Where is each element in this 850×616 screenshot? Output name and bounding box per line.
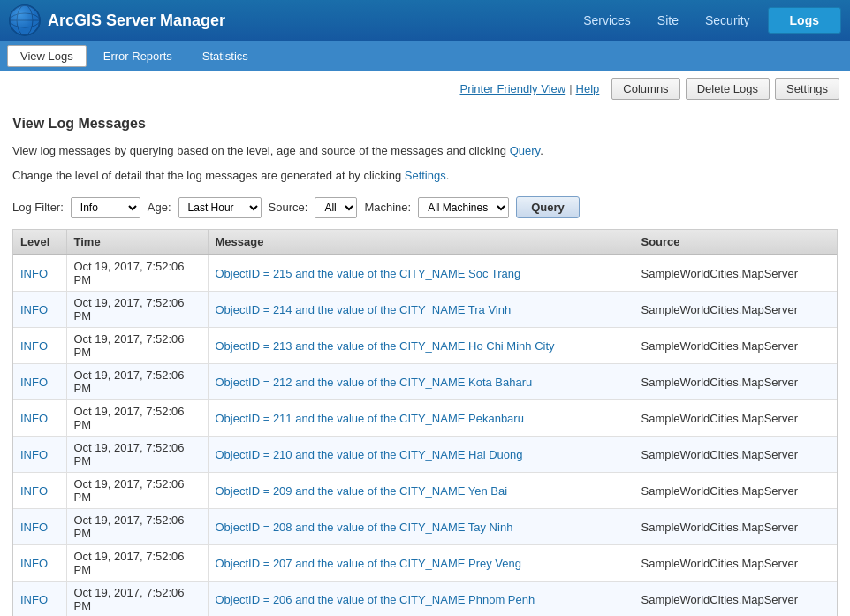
logs-button[interactable]: Logs [768, 7, 841, 34]
col-header-source: Source [634, 230, 837, 255]
source-select[interactable]: All [315, 197, 357, 218]
cell-source: SampleWorldCities.MapServer [634, 255, 837, 292]
cell-time: Oct 19, 2017, 7:52:06 PM [66, 292, 208, 328]
cell-time: Oct 19, 2017, 7:52:06 PM [66, 509, 208, 545]
cell-message[interactable]: ObjectID = 214 and the value of the CITY… [208, 292, 634, 328]
globe-icon [9, 4, 41, 36]
cell-level: INFO [13, 255, 66, 292]
col-header-message: Message [208, 230, 634, 255]
cell-time: Oct 19, 2017, 7:52:06 PM [66, 545, 208, 582]
cell-level: INFO [13, 437, 66, 473]
cell-level: INFO [13, 545, 66, 582]
action-links: Printer Friendly View | Help [459, 82, 599, 95]
filter-row: Log Filter: Info Warning Severe Fine Fin… [12, 196, 838, 218]
cell-level: INFO [13, 473, 66, 509]
cell-time: Oct 19, 2017, 7:52:06 PM [66, 364, 208, 400]
cell-level: INFO [13, 582, 66, 617]
help-link[interactable]: Help [576, 82, 600, 95]
table-row: INFOOct 19, 2017, 7:52:06 PMObjectID = 2… [13, 255, 837, 292]
cell-message[interactable]: ObjectID = 209 and the value of the CITY… [208, 473, 634, 509]
cell-level: INFO [13, 364, 66, 400]
table-row: INFOOct 19, 2017, 7:52:06 PMObjectID = 2… [13, 582, 837, 617]
cell-source: SampleWorldCities.MapServer [634, 582, 837, 617]
delete-logs-button[interactable]: Delete Logs [686, 78, 770, 100]
app-title: ArcGIS Server Manager [48, 11, 225, 30]
cell-time: Oct 19, 2017, 7:52:06 PM [66, 400, 208, 437]
log-table: Level Time Message Source INFOOct 19, 20… [13, 230, 837, 616]
cell-message[interactable]: ObjectID = 210 and the value of the CITY… [208, 437, 634, 473]
table-row: INFOOct 19, 2017, 7:52:06 PMObjectID = 2… [13, 473, 837, 509]
age-label: Age: [148, 201, 171, 214]
cell-message[interactable]: ObjectID = 212 and the value of the CITY… [208, 364, 634, 400]
table-row: INFOOct 19, 2017, 7:52:06 PMObjectID = 2… [13, 400, 837, 437]
table-header-row: Level Time Message Source [13, 230, 837, 255]
cell-level: INFO [13, 292, 66, 328]
col-header-time: Time [66, 230, 208, 255]
nav-security[interactable]: Security [705, 13, 750, 27]
cell-source: SampleWorldCities.MapServer [634, 437, 837, 473]
log-table-wrapper: Level Time Message Source INFOOct 19, 20… [12, 229, 838, 616]
cell-time: Oct 19, 2017, 7:52:06 PM [66, 255, 208, 292]
description-2: Change the level of detail that the log … [12, 167, 838, 185]
query-button[interactable]: Query [516, 196, 580, 218]
table-row: INFOOct 19, 2017, 7:52:06 PMObjectID = 2… [13, 364, 837, 400]
printer-friendly-link[interactable]: Printer Friendly View [459, 82, 565, 95]
table-row: INFOOct 19, 2017, 7:52:06 PMObjectID = 2… [13, 545, 837, 582]
cell-message[interactable]: ObjectID = 211 and the value of the CITY… [208, 400, 634, 437]
svg-point-5 [10, 5, 40, 35]
description-1: View log messages by querying based on t… [12, 142, 838, 160]
cell-source: SampleWorldCities.MapServer [634, 364, 837, 400]
nav-services[interactable]: Services [583, 13, 631, 27]
cell-source: SampleWorldCities.MapServer [634, 328, 837, 364]
table-row: INFOOct 19, 2017, 7:52:06 PMObjectID = 2… [13, 328, 837, 364]
cell-source: SampleWorldCities.MapServer [634, 292, 837, 328]
cell-level: INFO [13, 328, 66, 364]
error-reports-tab[interactable]: Error Reports [90, 45, 186, 67]
cell-message[interactable]: ObjectID = 215 and the value of the CITY… [208, 255, 634, 292]
machine-select[interactable]: All Machines [418, 197, 509, 218]
page-title: View Log Messages [12, 116, 838, 132]
log-filter-label: Log Filter: [12, 201, 64, 214]
cell-time: Oct 19, 2017, 7:52:06 PM [66, 437, 208, 473]
table-row: INFOOct 19, 2017, 7:52:06 PMObjectID = 2… [13, 292, 837, 328]
machine-label: Machine: [364, 201, 411, 214]
statistics-tab[interactable]: Statistics [189, 45, 262, 67]
action-bar: Printer Friendly View | Help Columns Del… [0, 71, 850, 107]
sub-navigation: View Logs Error Reports Statistics [0, 41, 850, 71]
log-level-select[interactable]: Info Warning Severe Fine Finer Finest De… [71, 197, 140, 218]
cell-level: INFO [13, 400, 66, 437]
settings-button[interactable]: Settings [775, 78, 839, 100]
cell-source: SampleWorldCities.MapServer [634, 545, 837, 582]
cell-time: Oct 19, 2017, 7:52:06 PM [66, 582, 208, 617]
main-content: View Log Messages View log messages by q… [0, 107, 850, 616]
view-logs-tab[interactable]: View Logs [7, 45, 87, 67]
cell-source: SampleWorldCities.MapServer [634, 400, 837, 437]
query-link-text[interactable]: Query [510, 144, 540, 157]
age-select[interactable]: Last Hour Last Day Last Week Last Month … [178, 197, 262, 218]
cell-time: Oct 19, 2017, 7:52:06 PM [66, 328, 208, 364]
cell-message[interactable]: ObjectID = 207 and the value of the CITY… [208, 545, 634, 582]
cell-level: INFO [13, 509, 66, 545]
nav-site[interactable]: Site [657, 13, 679, 27]
cell-message[interactable]: ObjectID = 206 and the value of the CITY… [208, 582, 634, 617]
cell-message[interactable]: ObjectID = 208 and the value of the CITY… [208, 509, 634, 545]
columns-button[interactable]: Columns [611, 78, 679, 100]
cell-source: SampleWorldCities.MapServer [634, 509, 837, 545]
col-header-level: Level [13, 230, 66, 255]
source-label: Source: [269, 201, 308, 214]
logo-area: ArcGIS Server Manager [9, 4, 583, 36]
cell-message[interactable]: ObjectID = 213 and the value of the CITY… [208, 328, 634, 364]
pipe-separator: | [569, 82, 572, 95]
settings-link-text[interactable]: Settings [405, 169, 446, 182]
table-row: INFOOct 19, 2017, 7:52:06 PMObjectID = 2… [13, 509, 837, 545]
cell-source: SampleWorldCities.MapServer [634, 473, 837, 509]
top-navigation: ArcGIS Server Manager Services Site Secu… [0, 0, 850, 41]
nav-links: Services Site Security [583, 13, 749, 27]
cell-time: Oct 19, 2017, 7:52:06 PM [66, 473, 208, 509]
table-row: INFOOct 19, 2017, 7:52:06 PMObjectID = 2… [13, 437, 837, 473]
